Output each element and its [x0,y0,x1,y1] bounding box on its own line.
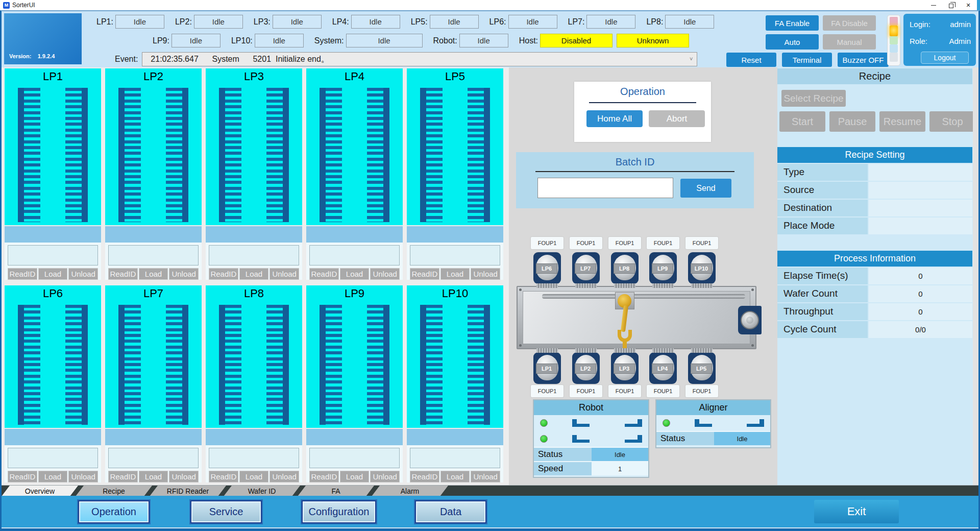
unload-button-lp8[interactable]: Unload [270,471,299,482]
foup-ridge [652,348,674,353]
readid-button-lp7[interactable]: ReadID [108,471,138,482]
stop-button[interactable]: Stop [929,111,975,132]
readid-button-lp3[interactable]: ReadID [209,268,238,280]
load-button-lp5[interactable]: Load [440,268,470,280]
wafer-slots-right-icon [65,305,88,425]
foup-port-chip: LP6 [536,263,557,274]
readid-button-lp6[interactable]: ReadID [8,471,37,482]
status-pair: LP10:Idle [231,34,304,47]
readid-button-lp4[interactable]: ReadID [309,268,339,280]
restore-button[interactable] [942,0,960,10]
tab-wafer-id[interactable]: Wafer ID [224,486,300,496]
unload-button-lp9[interactable]: Unload [370,471,400,482]
batch-id-input[interactable] [537,178,673,198]
tab-overview[interactable]: Overview [2,486,78,496]
close-button[interactable]: ✕ [960,0,977,10]
foup-port-chip: LP9 [652,263,673,274]
load-button-lp8[interactable]: Load [239,471,269,482]
foup-label: FOUP1 [531,385,564,397]
terminal-button[interactable]: Terminal [782,53,832,67]
foup-pod-lp2[interactable]: LP2 [572,352,600,384]
load-button-lp4[interactable]: Load [340,268,370,280]
wafer-slots-right-icon [367,88,389,222]
nav-operation-button[interactable]: Operation [78,500,150,523]
foup-pod-lp4[interactable]: LP4 [649,352,677,384]
auto-button[interactable]: Auto [766,34,819,50]
row-value [869,218,972,234]
status-pair: LP5:Idle [411,15,479,29]
event-dropdown[interactable]: 21:02:35.647 System 5201 Initialize end。… [142,52,697,66]
unload-button-lp7[interactable]: Unload [169,471,199,482]
nav-data-button[interactable]: Data [415,500,486,523]
load-button-lp3[interactable]: Load [239,268,269,280]
nav-service-button[interactable]: Service [190,500,262,523]
role-label: Role: [910,37,927,45]
start-button[interactable]: Start [779,111,825,132]
foup-pod-lp5[interactable]: LP5 [688,352,716,384]
batch-id-card: Batch ID Send [516,152,754,208]
unload-button-lp6[interactable]: Unload [68,471,98,482]
pause-button[interactable]: Pause [829,111,875,132]
resume-button[interactable]: Resume [879,111,925,132]
unload-button-lp3[interactable]: Unload [270,268,299,280]
readid-button-lp2[interactable]: ReadID [108,268,138,280]
loadport-controls: ReadIDLoadUnload [5,445,101,482]
buzzer-off-button[interactable]: Buzzer OFF [838,53,889,67]
foup-pod-lp9[interactable]: LP9 [649,252,677,284]
load-button-lp1[interactable]: Load [38,268,68,280]
manual-button[interactable]: Manual [823,34,876,50]
kv-label: Status [534,448,592,461]
robot-panel-title: Robot [534,400,648,415]
loadport-status-strip [105,226,202,243]
loadport-controls: ReadIDLoadUnload [105,243,202,280]
reset-button[interactable]: Reset [726,53,776,67]
foup-pod-lp7[interactable]: LP7 [572,252,600,284]
wafer-slots-right-icon [266,305,289,425]
select-recipe-button[interactable]: Select Recipe [781,90,846,107]
readid-button-lp10[interactable]: ReadID [410,471,439,482]
unload-button-lp5[interactable]: Unload [471,268,500,280]
loadport-buttons: ReadIDLoadUnload [410,268,500,280]
carrier-id-box [309,245,400,266]
unload-button-lp2[interactable]: Unload [169,268,199,280]
foup-pod-lp6[interactable]: LP6 [533,252,561,284]
unload-button-lp1[interactable]: Unload [68,268,98,280]
load-button-lp9[interactable]: Load [340,471,370,482]
logout-button[interactable]: Logout [921,52,969,64]
loadport-buttons: ReadIDLoadUnload [410,471,500,482]
foup-label: FOUP1 [647,237,679,249]
minimize-button[interactable] [925,0,942,10]
foup-ridge [614,283,635,288]
foup-pod-lp1[interactable]: LP1 [533,352,561,384]
readid-button-lp8[interactable]: ReadID [209,471,238,482]
load-button-lp7[interactable]: Load [139,471,168,482]
foup-pod-lp3[interactable]: LP3 [611,352,639,384]
nav-configuration-button[interactable]: Configuration [302,500,376,523]
tab-fa[interactable]: FA [298,486,374,496]
readid-button-lp9[interactable]: ReadID [309,471,339,482]
loadport-buttons: ReadIDLoadUnload [309,268,400,280]
load-button-lp2[interactable]: Load [139,268,168,280]
fa-enable-button[interactable]: FA Enable [766,15,819,31]
send-button[interactable]: Send [680,179,731,198]
readid-button-lp1[interactable]: ReadID [8,268,37,280]
foup-pod-lp8[interactable]: LP8 [611,252,639,284]
fa-disable-button[interactable]: FA Disable [823,15,876,31]
home-all-button[interactable]: Home All [586,110,643,127]
load-button-lp6[interactable]: Load [38,471,68,482]
foup-ridge [536,283,558,288]
loadport-title: LP5 [407,68,503,83]
tab-rfid-reader[interactable]: RFID Reader [150,486,226,496]
unload-button-lp10[interactable]: Unload [471,471,500,482]
foup-port-chip: LP4 [652,364,673,374]
foup-pod-lp10[interactable]: LP10 [688,252,716,284]
exit-button[interactable]: Exit [814,500,899,523]
loadport-panel-lp6: LP6ReadIDLoadUnload [5,285,101,482]
load-button-lp10[interactable]: Load [440,471,470,482]
unload-button-lp4[interactable]: Unload [370,268,400,280]
abort-button[interactable]: Abort [649,110,705,127]
tab-alarm[interactable]: Alarm [372,486,448,496]
readid-button-lp5[interactable]: ReadID [410,268,439,280]
kv-label: Speed [534,462,592,475]
tab-recipe[interactable]: Recipe [76,486,152,496]
